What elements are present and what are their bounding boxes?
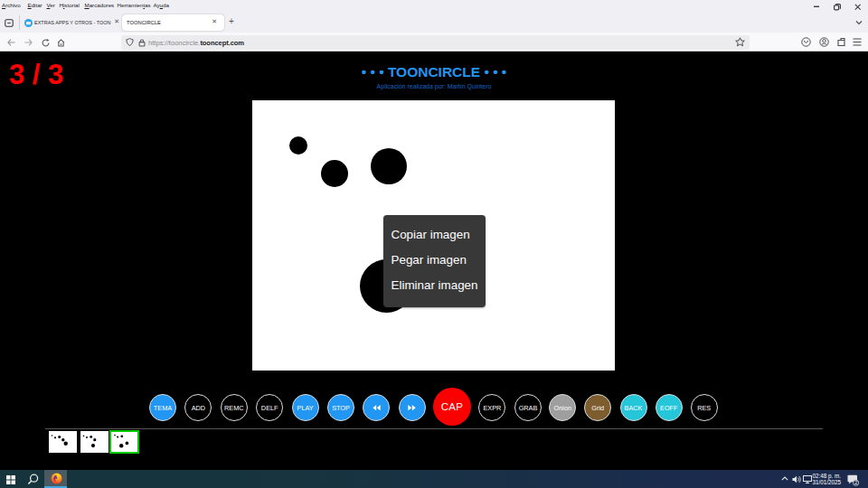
svg-text:2: 2 <box>854 480 857 485</box>
